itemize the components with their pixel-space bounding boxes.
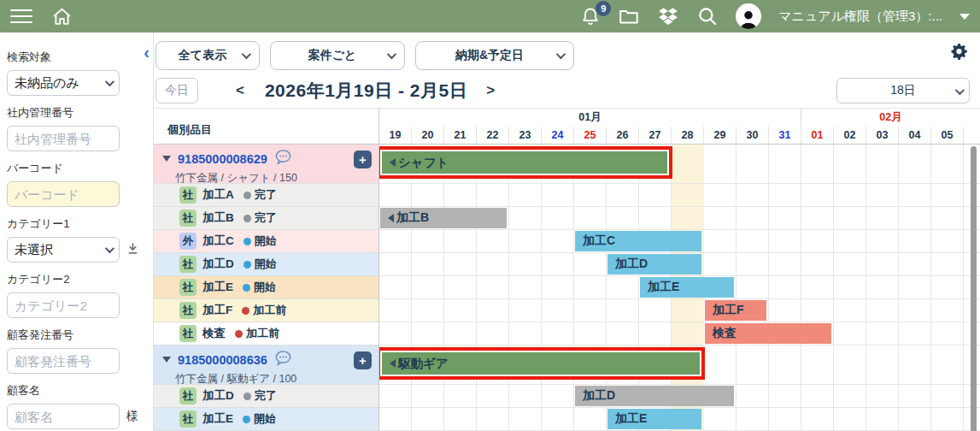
search-target-label: 検索対象	[7, 50, 144, 65]
settings-gear-icon[interactable]	[950, 43, 968, 64]
gantt-bar-検査[interactable]: 検査	[705, 323, 831, 344]
input-customer-name[interactable]	[7, 404, 120, 429]
day-header-26: 26	[607, 127, 639, 144]
day-header-27: 27	[639, 127, 672, 144]
bar-label: 加工D	[583, 388, 615, 404]
task-row-加工D[interactable]: 社加工D開始	[154, 253, 379, 276]
scroll-bottom-icon[interactable]	[126, 242, 139, 258]
menu-icon[interactable]	[10, 5, 32, 27]
dropbox-icon[interactable]	[657, 5, 679, 27]
barcode-label: バーコード	[7, 161, 144, 176]
day-header-filler	[964, 127, 980, 144]
gantt-body: シャフト加工B加工C加工D加工E加工F検査駆動ギア加工D加工E	[379, 145, 980, 431]
prev-period-arrow[interactable]: <	[229, 82, 251, 99]
bar-label: 駆動ギア	[398, 356, 449, 372]
gantt-bar-加工E[interactable]: 加工E	[607, 409, 701, 429]
status-indicator: 完了	[244, 210, 277, 226]
group-id-link[interactable]: 9185000008636	[178, 353, 267, 367]
field-category-1: カテゴリー1未選択	[7, 216, 144, 263]
status-dot-icon	[244, 215, 251, 222]
gantt-bar-加工D[interactable]: 加工D	[607, 254, 701, 275]
day-header-03: 03	[866, 127, 899, 144]
add-process-button[interactable]: +	[354, 351, 372, 369]
continues-left-icon	[388, 214, 394, 222]
expand-collapse-icon[interactable]	[162, 156, 171, 162]
month-header-2: 02月	[801, 109, 980, 127]
group-header-9185000008629[interactable]: 9185000008629+竹下金属 / シャフト / 150	[154, 145, 379, 184]
task-row-加工F[interactable]: 社加工F加工前	[154, 299, 379, 322]
status-dot-icon	[243, 416, 250, 423]
date-mode-filter-button[interactable]: 納期&予定日	[415, 41, 574, 70]
period-span-select[interactable]: 18日	[836, 78, 970, 103]
chart-row-task: 加工B	[379, 207, 980, 230]
field-internal-control-number: 社内管理番号	[7, 105, 144, 151]
select-search-target[interactable]: 未納品のみ	[7, 70, 120, 96]
day-header-05: 05	[931, 127, 964, 144]
task-row-加工A[interactable]: 社加工A完了	[154, 184, 379, 207]
day-header-24: 24	[542, 127, 574, 144]
search-filter-sidebar: ‹ 検索対象未納品のみ社内管理番号バーコードカテゴリー1未選択カテゴリー2顧客発…	[0, 32, 154, 431]
day-header-20: 20	[412, 127, 444, 144]
task-row-加工C[interactable]: 外加工C開始	[154, 230, 379, 253]
field-barcode: バーコード	[7, 161, 144, 207]
gantt-bar-加工B[interactable]: 加工B	[380, 208, 507, 228]
search-icon[interactable]	[696, 5, 719, 27]
group-header-9185000008636[interactable]: 9185000008636+竹下金属 / 駆動ギア / 100	[154, 345, 379, 385]
input-barcode[interactable]	[7, 181, 120, 207]
bar-label: 検査	[713, 326, 736, 341]
user-avatar[interactable]	[736, 3, 761, 29]
task-row-加工D[interactable]: 社加工D完了	[154, 385, 379, 408]
gantt-bar-駆動ギア[interactable]: 駆動ギア	[380, 351, 701, 376]
notifications-bell-icon[interactable]: 9	[580, 6, 601, 27]
vertical-scrollbar[interactable]	[971, 146, 977, 431]
customer-name-suffix: 様	[126, 409, 138, 424]
input-customer-order-number[interactable]	[7, 348, 120, 374]
status-indicator: 開始	[243, 280, 276, 295]
task-row-加工E[interactable]: 社加工E開始	[154, 276, 379, 299]
chart-row-task: 加工E	[379, 276, 980, 299]
next-period-arrow[interactable]: >	[479, 82, 502, 99]
status-indicator: 開始	[244, 257, 277, 272]
bar-label: 加工E	[615, 411, 647, 427]
group-by-filter-button[interactable]: 案件ごと	[270, 41, 405, 70]
chart-row-task	[379, 184, 980, 207]
comment-bubble-icon[interactable]	[274, 149, 292, 168]
input-internal-control-number[interactable]	[7, 126, 120, 151]
gantt-bar-加工F[interactable]: 加工F	[705, 300, 766, 321]
gantt-bar-シャフト[interactable]: シャフト	[380, 150, 669, 175]
gantt-bar-加工C[interactable]: 加工C	[575, 231, 701, 251]
task-row-検査[interactable]: 社検査加工前	[154, 322, 379, 345]
task-row-加工E[interactable]: 社加工E開始	[154, 408, 379, 431]
input-category-2[interactable]	[7, 292, 120, 318]
category-1-value: 未選択	[15, 242, 53, 258]
continues-left-icon	[390, 359, 396, 368]
gantt-chart: 個別品目 9185000008629+竹下金属 / シャフト / 150社加工A…	[154, 108, 980, 431]
bar-label: 加工D	[615, 257, 648, 272]
home-icon[interactable]	[51, 6, 73, 27]
chart-row-task: 加工D	[379, 253, 980, 276]
chart-row-task: 加工E	[379, 408, 980, 431]
user-menu-caret-icon[interactable]	[959, 14, 970, 20]
group-id-link[interactable]: 9185000008629	[178, 152, 267, 166]
internal-control-number-label: 社内管理番号	[7, 105, 144, 121]
status-label: 開始	[255, 257, 277, 272]
comment-bubble-icon[interactable]	[274, 350, 292, 369]
chart-row-task: 加工D	[379, 385, 980, 408]
status-indicator: 完了	[244, 388, 277, 404]
folder-icon[interactable]	[618, 5, 640, 27]
sidebar-collapse-icon[interactable]: ‹	[144, 43, 150, 62]
today-button[interactable]: 今日	[156, 78, 198, 103]
select-category-1[interactable]: 未選択	[7, 237, 120, 263]
search-target-value: 未納品のみ	[15, 75, 79, 92]
expand-collapse-icon[interactable]	[162, 357, 171, 363]
gantt-timeline: 01月02月 192021222324252627282930310102030…	[379, 109, 980, 431]
display-filter-label: 全て表示	[179, 48, 226, 63]
task-row-加工B[interactable]: 社加工B完了	[154, 207, 379, 230]
status-label: 加工前	[253, 303, 286, 318]
add-process-button[interactable]: +	[354, 151, 372, 168]
gantt-bar-加工E[interactable]: 加工E	[640, 277, 734, 298]
day-header-29: 29	[704, 127, 736, 144]
internal-badge: 社	[179, 256, 197, 273]
display-filter-button[interactable]: 全て表示	[156, 41, 260, 70]
gantt-bar-加工D[interactable]: 加工D	[575, 386, 734, 406]
